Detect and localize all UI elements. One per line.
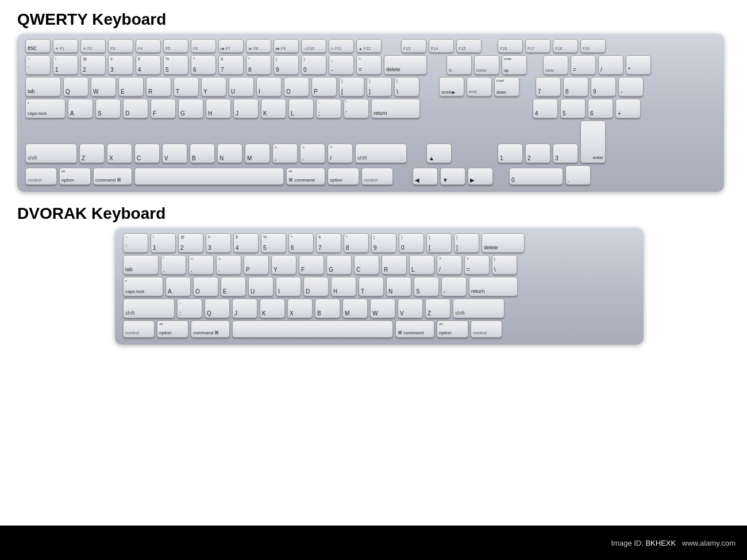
- key-home[interactable]: home: [474, 55, 499, 75]
- key-help[interactable]: fn: [446, 55, 472, 75]
- dv-key-h[interactable]: H: [331, 277, 356, 296]
- key-num-1[interactable]: 1: [498, 144, 523, 163]
- key-a[interactable]: A: [68, 99, 93, 118]
- dv-key-g[interactable]: G: [326, 255, 352, 275]
- dv-key-ctrl-left[interactable]: control: [123, 320, 155, 338]
- key-num-minus[interactable]: -: [618, 77, 644, 96]
- key-num-9[interactable]: 9: [591, 77, 616, 96]
- key-arrow-down[interactable]: ▼: [440, 168, 465, 185]
- key-ctrl-left[interactable]: control: [25, 168, 57, 185]
- key-4[interactable]: $ 4: [136, 55, 161, 75]
- key-pagedown[interactable]: page down: [494, 77, 519, 96]
- key-period[interactable]: > .: [300, 144, 325, 163]
- dv-key-slash[interactable]: ? /: [437, 255, 462, 275]
- key-arrow-left[interactable]: ◀: [413, 168, 438, 185]
- key-shift-right[interactable]: shift: [355, 144, 407, 163]
- key-num-7[interactable]: 7: [536, 77, 561, 96]
- dv-key-s[interactable]: S: [414, 277, 439, 296]
- dv-key-j[interactable]: J: [232, 299, 257, 318]
- dv-key-1[interactable]: ! 1: [151, 233, 176, 253]
- dv-key-t[interactable]: T: [359, 277, 384, 296]
- dv-key-5[interactable]: % 5: [261, 233, 286, 253]
- dv-key-3[interactable]: # 3: [206, 233, 231, 253]
- dv-key-delete[interactable]: delete: [482, 233, 525, 253]
- key-backslash[interactable]: | \: [394, 77, 419, 96]
- key-num-plus[interactable]: +: [615, 99, 641, 118]
- dv-key-2[interactable]: @ 2: [178, 233, 203, 253]
- key-semicolon[interactable]: : ;: [316, 99, 341, 118]
- key-7[interactable]: & 7: [218, 55, 244, 75]
- dv-key-x[interactable]: X: [287, 299, 313, 318]
- key-b[interactable]: B: [190, 144, 215, 163]
- key-pageup[interactable]: page up: [502, 55, 527, 75]
- key-v[interactable]: V: [162, 144, 187, 163]
- key-f7[interactable]: ⏮ F7: [218, 39, 244, 53]
- key-t[interactable]: T: [174, 77, 199, 96]
- key-y[interactable]: Y: [201, 77, 226, 96]
- key-num-eq[interactable]: =: [571, 55, 596, 75]
- dv-key-semi[interactable]: ; :: [177, 299, 202, 318]
- key-s[interactable]: S: [95, 99, 121, 118]
- key-ctrl-right[interactable]: control: [361, 168, 393, 185]
- dv-key-ctrl-right[interactable]: control: [471, 320, 502, 338]
- key-shift-left[interactable]: shift: [25, 144, 77, 163]
- dv-key-lbrace[interactable]: { [: [426, 233, 452, 253]
- key-f8[interactable]: ⏯ F8: [246, 39, 271, 53]
- key-rbracket[interactable]: } ]: [367, 77, 392, 96]
- key-0[interactable]: ) 0: [301, 55, 326, 75]
- key-x[interactable]: X: [107, 144, 132, 163]
- key-arrow-right[interactable]: ▶: [468, 168, 493, 185]
- key-f2[interactable]: ☀ F2: [80, 39, 106, 53]
- key-o[interactable]: O: [284, 77, 309, 96]
- dv-key-bkslash[interactable]: | \: [492, 255, 517, 275]
- key-l[interactable]: L: [288, 99, 314, 118]
- key-delete-fwd[interactable]: delete▶: [439, 77, 464, 96]
- key-9[interactable]: ( 9: [274, 55, 299, 75]
- dv-key-q[interactable]: Q: [205, 299, 230, 318]
- key-space[interactable]: [134, 168, 284, 185]
- key-arrow-up[interactable]: ▲: [426, 144, 452, 163]
- dv-key-a[interactable]: A: [165, 277, 191, 296]
- key-num-3[interactable]: 3: [553, 144, 578, 163]
- key-num-6[interactable]: 6: [588, 99, 613, 118]
- key-capslock[interactable]: • caps lock: [25, 99, 66, 118]
- key-1[interactable]: ! 1: [53, 55, 78, 75]
- key-i[interactable]: I: [256, 77, 282, 96]
- key-tab[interactable]: tab: [25, 77, 61, 96]
- key-f18[interactable]: F18: [553, 39, 578, 53]
- key-f[interactable]: F: [151, 99, 176, 118]
- dv-key-plus[interactable]: + =: [464, 255, 490, 275]
- dv-key-b[interactable]: B: [315, 299, 340, 318]
- key-f10[interactable]: ◁ F10: [301, 39, 326, 53]
- key-d[interactable]: D: [123, 99, 148, 118]
- key-f9[interactable]: ⏭ F9: [274, 39, 299, 53]
- dv-key-d[interactable]: D: [303, 277, 329, 296]
- key-esc[interactable]: esc: [25, 39, 51, 53]
- key-equals[interactable]: + =: [356, 55, 382, 75]
- key-5[interactable]: % 5: [163, 55, 188, 75]
- key-end[interactable]: end: [467, 77, 492, 96]
- dv-key-v[interactable]: V: [398, 299, 423, 318]
- key-comma[interactable]: < ,: [272, 144, 298, 163]
- dv-key-l[interactable]: L: [409, 255, 434, 275]
- key-num-8[interactable]: 8: [563, 77, 588, 96]
- dv-key-9[interactable]: ( 9: [371, 233, 396, 253]
- key-num-0[interactable]: 0: [509, 168, 563, 185]
- dv-key-shift-left[interactable]: shift: [123, 299, 175, 318]
- key-k[interactable]: K: [261, 99, 286, 118]
- dv-key-n[interactable]: N: [386, 277, 411, 296]
- key-delete[interactable]: delete: [384, 55, 427, 75]
- key-p[interactable]: P: [311, 77, 337, 96]
- key-q[interactable]: Q: [63, 77, 88, 96]
- key-r[interactable]: R: [146, 77, 171, 96]
- key-num-div[interactable]: /: [598, 55, 623, 75]
- dv-key-tilde[interactable]: ~ `: [123, 233, 148, 253]
- key-j[interactable]: J: [233, 99, 259, 118]
- key-f19[interactable]: F19: [580, 39, 606, 53]
- key-f11[interactable]: ▷ F11: [329, 39, 354, 53]
- key-numclear[interactable]: clear: [543, 55, 568, 75]
- dv-key-8[interactable]: * 8: [344, 233, 369, 253]
- dv-key-0[interactable]: ) 0: [399, 233, 424, 253]
- key-cmd-right[interactable]: alt ⌘ command: [286, 168, 325, 185]
- key-num-enter[interactable]: enter: [580, 121, 606, 163]
